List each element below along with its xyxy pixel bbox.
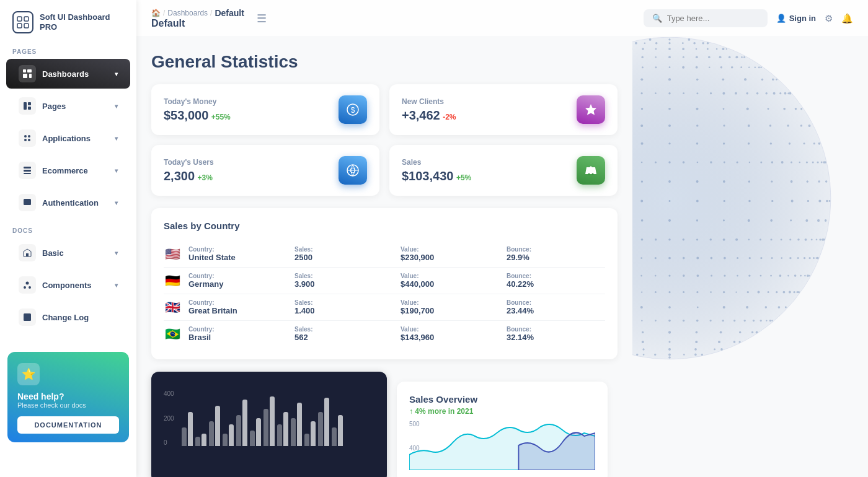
sidebar-item-changelog[interactable]: Change Log bbox=[6, 302, 130, 332]
svg-point-196 bbox=[800, 275, 802, 277]
applications-chevron: ▾ bbox=[115, 135, 118, 142]
bar-group bbox=[318, 398, 329, 446]
sidebar-item-pages[interactable]: Pages ▾ bbox=[6, 91, 130, 121]
sales-overview-card: Sales Overview ↑ 4% more in 2021 bbox=[397, 382, 608, 477]
svg-point-527 bbox=[787, 92, 789, 94]
svg-point-113 bbox=[744, 320, 746, 322]
svg-point-396 bbox=[737, 161, 738, 163]
sidebar-item-basic[interactable]: Basic ▾ bbox=[6, 238, 130, 268]
svg-point-502 bbox=[768, 108, 769, 110]
svg-rect-1 bbox=[24, 17, 29, 21]
svg-point-253 bbox=[683, 239, 684, 240]
help-star-icon: ⭐ bbox=[17, 363, 40, 385]
help-title: Need help? bbox=[17, 392, 119, 401]
svg-point-570 bbox=[731, 66, 733, 69]
svg-point-545 bbox=[668, 79, 671, 81]
svg-point-556 bbox=[696, 79, 698, 81]
svg-point-225 bbox=[809, 257, 811, 259]
svg-point-71 bbox=[718, 341, 720, 343]
svg-point-443 bbox=[723, 142, 725, 144]
sidebar-item-ecommerce[interactable]: Ecommerce ▾ bbox=[6, 155, 130, 185]
svg-point-555 bbox=[722, 79, 725, 81]
value-col-label: Value: bbox=[401, 326, 499, 333]
svg-point-523 bbox=[756, 92, 759, 95]
svg-point-471 bbox=[787, 125, 789, 126]
chart-y-400: 400 bbox=[409, 445, 420, 452]
bar-right bbox=[297, 403, 302, 446]
sidebar-item-components[interactable]: Components ▾ bbox=[6, 270, 130, 300]
dashboards-chevron: ▾ bbox=[115, 71, 118, 77]
country-col-label: Country: bbox=[188, 299, 287, 306]
sidebar-item-authentication[interactable]: Authentication ▾ bbox=[6, 188, 130, 217]
svg-point-191 bbox=[779, 274, 782, 277]
svg-point-143 bbox=[641, 291, 642, 292]
country-sales: 2500 bbox=[294, 253, 393, 262]
svg-point-473 bbox=[748, 125, 750, 126]
search-input[interactable] bbox=[667, 14, 759, 23]
sidebar-item-dashboards[interactable]: Dashboards ▾ bbox=[6, 59, 130, 89]
svg-point-608 bbox=[668, 42, 670, 44]
svg-point-340 bbox=[696, 200, 698, 202]
svg-point-369 bbox=[818, 180, 820, 182]
svg-point-301 bbox=[770, 219, 773, 222]
svg-point-235 bbox=[668, 239, 670, 240]
country-value-col: Value: $190,700 bbox=[401, 299, 499, 315]
signin-button[interactable]: 👤 Sign in bbox=[776, 14, 816, 23]
svg-point-614 bbox=[702, 42, 704, 44]
svg-rect-10 bbox=[28, 107, 31, 110]
sales-overview-title: Sales Overview bbox=[409, 394, 595, 405]
svg-point-576 bbox=[720, 66, 722, 68]
country-bounce-col: Bounce: 23.44% bbox=[507, 299, 605, 315]
svg-point-287 bbox=[641, 219, 644, 222]
country-sales-col: Sales: 562 bbox=[294, 326, 393, 342]
svg-point-522 bbox=[735, 92, 737, 95]
country-bounce-col: Bounce: 32.14% bbox=[507, 326, 605, 342]
sidebar-logo: Soft UI Dashboard PRO bbox=[0, 0, 136, 40]
documentation-button[interactable]: DOCUMENTATION bbox=[17, 416, 119, 434]
components-chevron: ▾ bbox=[115, 282, 118, 289]
svg-point-89 bbox=[751, 331, 753, 333]
svg-point-234 bbox=[696, 257, 699, 260]
bar-right bbox=[242, 400, 247, 446]
svg-point-300 bbox=[790, 220, 792, 222]
svg-point-601 bbox=[655, 48, 657, 50]
svg-point-302 bbox=[748, 219, 750, 221]
svg-rect-6 bbox=[23, 74, 27, 78]
menu-toggle-button[interactable]: ☰ bbox=[257, 12, 267, 25]
stat-sales-value: $103,430 bbox=[402, 169, 453, 183]
country-sales: 3.900 bbox=[294, 279, 393, 289]
svg-point-157 bbox=[683, 291, 684, 293]
svg-point-394 bbox=[683, 161, 685, 164]
stat-users-value: 2,300 bbox=[164, 169, 195, 183]
country-value-col: Value: $440,000 bbox=[401, 273, 499, 289]
svg-point-551 bbox=[776, 79, 777, 81]
sidebar-item-applications[interactable]: Applications ▾ bbox=[6, 123, 130, 153]
country-name: Brasil bbox=[188, 333, 287, 342]
svg-point-620 bbox=[688, 38, 691, 41]
svg-point-613 bbox=[682, 42, 684, 44]
svg-point-586 bbox=[655, 56, 657, 58]
country-row: 🇧🇷 Country: Brasil Sales: 562 Value: $14… bbox=[164, 321, 605, 347]
bounce-col-label: Bounce: bbox=[507, 299, 605, 306]
svg-point-333 bbox=[826, 200, 828, 203]
svg-point-112 bbox=[760, 320, 762, 322]
svg-point-200 bbox=[724, 275, 725, 277]
svg-point-521 bbox=[710, 92, 712, 94]
bar-group bbox=[304, 421, 316, 446]
notification-icon[interactable]: 🔔 bbox=[841, 13, 853, 24]
svg-point-567 bbox=[655, 66, 657, 68]
bar-group bbox=[223, 424, 234, 446]
breadcrumb-current: Default bbox=[215, 8, 244, 18]
svg-point-619 bbox=[669, 39, 671, 41]
settings-icon[interactable]: ⚙ bbox=[825, 13, 833, 24]
sales-col-label: Sales: bbox=[294, 246, 393, 253]
country-bounce-col: Bounce: 40.22% bbox=[507, 273, 605, 289]
svg-point-572 bbox=[758, 66, 760, 68]
dashboards-icon bbox=[19, 65, 36, 82]
svg-point-529 bbox=[766, 92, 768, 94]
svg-point-38 bbox=[668, 353, 671, 356]
svg-point-91 bbox=[720, 331, 722, 334]
breadcrumb-dashboards[interactable]: Dashboards bbox=[167, 9, 208, 17]
authentication-icon bbox=[19, 194, 36, 211]
bar-group bbox=[195, 434, 206, 446]
